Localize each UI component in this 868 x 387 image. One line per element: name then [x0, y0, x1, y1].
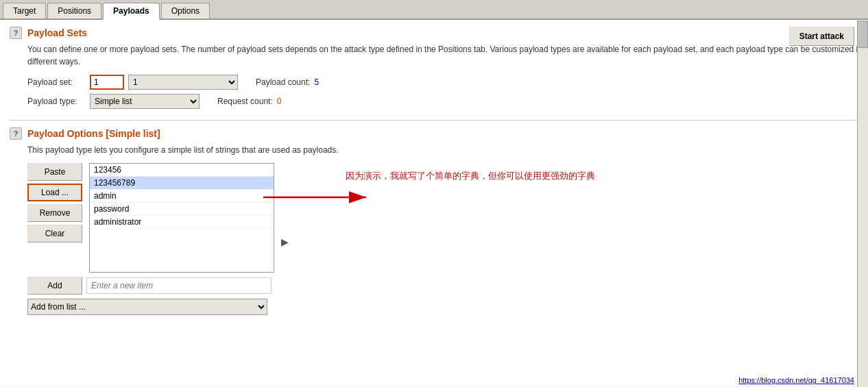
- add-from-list-row: Add from list ...: [27, 299, 867, 315]
- payload-options-desc: This payload type lets you configure a s…: [27, 144, 867, 156]
- add-row: Add: [27, 277, 867, 295]
- payload-options-title: Payload Options [Simple list]: [27, 128, 160, 139]
- url-bar: https://blog.csdn.net/qq_41617034: [738, 376, 854, 384]
- payload-sets-title: Payload Sets: [27, 27, 87, 38]
- payload-options-body: Paste Load ... Remove Clear 123456 12345…: [10, 163, 867, 273]
- request-count-label: Request count:: [217, 97, 273, 106]
- payload-type-select[interactable]: Simple list Runtime file Custom iterator…: [90, 94, 200, 109]
- tab-positions[interactable]: Positions: [47, 3, 101, 18]
- payload-type-row: Payload type: Simple list Runtime file C…: [27, 94, 867, 109]
- payload-list[interactable]: 123456 123456789 admin password administ…: [89, 163, 274, 273]
- clear-button[interactable]: Clear: [27, 225, 82, 242]
- tab-options[interactable]: Options: [161, 3, 210, 18]
- payload-set-row: Payload set: 1 Payload count: 5: [27, 75, 867, 90]
- list-item[interactable]: 123456: [90, 164, 274, 177]
- payload-count-label: Payload count:: [256, 77, 310, 87]
- add-from-list-select[interactable]: Add from list ...: [27, 299, 267, 315]
- remove-button[interactable]: Remove: [27, 204, 82, 222]
- payload-sets-header: ? Payload Sets: [10, 27, 867, 39]
- add-input[interactable]: [86, 277, 272, 294]
- list-item[interactable]: administrator: [90, 216, 274, 229]
- main-content: Start attack ? Payload Sets You can defi…: [0, 20, 868, 386]
- paste-button[interactable]: Paste: [27, 163, 82, 181]
- payload-type-label: Payload type:: [27, 97, 86, 106]
- payload-sets-help-icon[interactable]: ?: [10, 27, 22, 39]
- payload-options-header: ? Payload Options [Simple list]: [10, 127, 867, 140]
- app-window: Target Positions Payloads Options Start …: [0, 0, 868, 387]
- payload-buttons-col: Paste Load ... Remove Clear: [27, 163, 82, 273]
- payload-options-help-icon[interactable]: ?: [10, 127, 22, 140]
- scrollbar-thumb[interactable]: [857, 21, 868, 48]
- tab-payloads[interactable]: Payloads: [103, 3, 160, 20]
- content-wrapper: Start attack ? Payload Sets You can defi…: [10, 27, 867, 315]
- list-item[interactable]: admin: [90, 190, 274, 203]
- start-attack-button[interactable]: Start attack: [789, 27, 854, 46]
- tab-target[interactable]: Target: [3, 3, 46, 18]
- payload-count-value: 5: [314, 77, 319, 87]
- list-item[interactable]: 123456789: [90, 177, 274, 190]
- payload-set-select[interactable]: 1: [128, 75, 238, 90]
- payload-sets-section: ? Payload Sets You can define one or mor…: [10, 27, 867, 109]
- payload-set-label: Payload set:: [27, 77, 86, 87]
- request-count-value: 0: [277, 97, 282, 106]
- payload-sets-desc: You can define one or more payload sets.…: [27, 43, 867, 68]
- section-divider: [10, 120, 867, 121]
- load-button[interactable]: Load ...: [27, 184, 82, 201]
- payload-options-area: Paste Load ... Remove Clear 123456 12345…: [27, 163, 867, 273]
- add-button[interactable]: Add: [27, 277, 82, 295]
- payload-options-section: ? Payload Options [Simple list] This pay…: [10, 127, 867, 315]
- tab-bar: Target Positions Payloads Options: [0, 0, 868, 20]
- list-item[interactable]: password: [90, 203, 274, 216]
- payload-set-input[interactable]: [90, 75, 124, 90]
- list-arrow: ▶: [281, 163, 289, 273]
- scrollbar-track[interactable]: [857, 21, 868, 387]
